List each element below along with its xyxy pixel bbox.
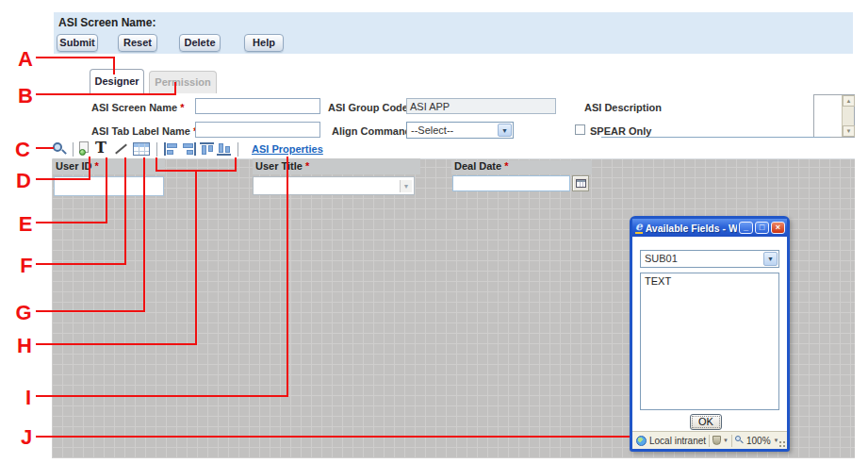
asi-group-code-label: ASI Group Code [328,102,408,113]
leader-line-i [287,157,288,397]
help-button[interactable]: Help [244,34,284,52]
available-fields-list[interactable]: TEXT [640,273,779,410]
leader-line-j [36,436,630,438]
spear-only-label: SPEAR Only [590,125,651,137]
annotation-letter-i: I [17,386,40,410]
scroll-up-icon[interactable]: ▲ [843,95,855,107]
align-command-select[interactable]: --Select-- ▼ [406,122,514,139]
zoom-icon[interactable] [52,141,68,157]
tab-designer[interactable]: Designer [90,69,144,93]
annotation-letter-d: D [12,169,35,193]
annotation-letter-h: H [13,334,36,358]
user-title-label-band: User Title * [253,158,420,174]
scroll-down-icon[interactable]: ▼ [843,125,855,137]
internet-explorer-icon: e [635,222,643,234]
resize-grip[interactable] [778,440,786,448]
submit-button[interactable]: Submit [57,34,98,52]
user-id-label: User ID * [56,160,99,172]
calendar-icon [576,179,586,188]
asi-properties-link[interactable]: ASI Properties [252,143,323,155]
list-item[interactable]: TEXT [641,273,778,289]
align-command-label: Align Command [332,125,411,137]
window-title: Available Fields - Wind... [646,223,737,234]
user-title-label: User Title * [255,160,309,172]
leader-line-d [36,178,90,180]
leader-bracket-h [235,157,237,171]
window-statusbar: Local intranet ▼ 100% ▼ [632,431,787,449]
align-right-icon[interactable] [182,142,196,156]
chevron-down-icon[interactable]: ▼ [723,438,729,443]
leader-line-e [36,222,107,223]
globe-icon [636,436,647,446]
annotation-letter-g: G [12,301,35,325]
zoom-level-icon [735,436,745,445]
reset-button[interactable]: Reset [118,34,157,52]
deal-date-calendar-button[interactable] [572,175,589,191]
header-bar [54,12,853,54]
leader-line-b [174,82,176,95]
line-tool-icon[interactable] [113,141,129,157]
field-source-select[interactable]: SUB01 ▼ [640,250,779,268]
ok-button[interactable]: OK [690,414,722,430]
align-bottom-icon[interactable] [217,142,231,156]
user-title-select[interactable]: ▼ [253,176,415,195]
annotation-letter-a: A [14,47,37,72]
field-source-value: SUB01 [645,253,678,264]
align-top-icon[interactable] [200,142,214,156]
minimize-button[interactable]: _ [739,222,753,234]
spear-only-underline [601,137,830,138]
textarea-scrollbar[interactable]: ▲ ▼ [842,95,854,137]
asi-tab-label-name-input[interactable] [195,122,320,138]
required-marker: * [180,102,184,113]
leader-line-f [124,157,126,265]
align-left-icon[interactable] [164,142,178,156]
deal-date-input[interactable] [452,175,570,191]
leader-line-g [36,310,145,312]
zoom-level-text: 100% [746,436,771,446]
toolbar-separator [156,142,157,157]
leader-line-h [195,171,197,345]
deal-date-label-band: Deal Date * [451,160,592,174]
leader-bracket-h [156,157,157,171]
page-title: ASI Screen Name: [58,16,156,29]
leader-line-c [36,147,54,149]
leader-line-i [36,395,288,397]
leader-line-d [89,157,90,180]
available-fields-window: e Available Fields - Wind... _ □ × SUB01… [630,216,790,452]
delete-button[interactable]: Delete [179,34,221,52]
asi-screen-name-input[interactable] [195,98,320,114]
chevron-down-icon[interactable]: ▼ [763,252,778,266]
asi-tab-label-name-label: ASI Tab Label Name * [91,125,197,137]
annotation-letter-f: F [15,254,38,278]
toolbar-separator [237,142,238,157]
leader-line-b [36,93,176,95]
user-id-label-band: User ID * [53,158,165,174]
leader-line-g [143,157,145,312]
leader-line-h [36,343,197,345]
text-tool-icon[interactable]: T [94,141,107,157]
add-field-icon[interactable] [77,141,90,157]
leader-line-e [106,157,107,223]
annotation-letter-e: E [14,212,37,237]
leader-bracket-h [156,170,237,172]
toolbar-separator [73,142,74,157]
chevron-down-icon[interactable]: ▼ [498,124,512,137]
chevron-down-icon[interactable]: ▼ [400,180,412,192]
asi-group-code-value: ASI APP [406,98,556,114]
leader-line-a [36,57,115,58]
spear-only-checkbox[interactable] [575,124,585,135]
table-tool-icon[interactable] [133,142,150,156]
restore-button[interactable]: □ [755,222,769,234]
asi-description-label: ASI Description [584,102,662,113]
asi-description-textarea[interactable]: ▲ ▼ [813,94,855,138]
annotation-letter-j: J [15,425,38,450]
leader-line-f [36,263,126,265]
asi-screen-designer: ASI Screen Name: Submit Reset Delete Hel… [0,0,868,463]
tab-permission[interactable]: Permission [149,71,217,93]
align-command-value: --Select-- [411,124,453,136]
deal-date-label: Deal Date * [454,160,508,172]
shield-icon [712,436,721,445]
security-zone-text: Local intranet [649,436,706,446]
close-button[interactable]: × [771,222,785,234]
window-titlebar[interactable]: e Available Fields - Wind... _ □ × [632,219,787,237]
